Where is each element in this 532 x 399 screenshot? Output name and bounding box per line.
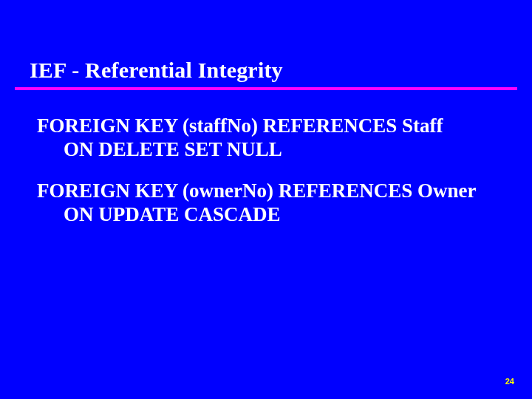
fk-line: FOREIGN KEY (staffNo) REFERENCES Staff [37,115,502,138]
slide: IEF - Referential Integrity FOREIGN KEY … [0,0,532,399]
fk-action: ON UPDATE CASCADE [37,203,502,227]
fk-action: ON DELETE SET NULL [37,138,502,162]
page-number: 24 [505,377,514,386]
slide-title: IEF - Referential Integrity [30,58,283,83]
slide-body: FOREIGN KEY (staffNo) REFERENCES Staff O… [37,115,502,244]
fk-line: FOREIGN KEY (ownerNo) REFERENCES Owner [37,180,502,203]
fk-block-1: FOREIGN KEY (staffNo) REFERENCES Staff O… [37,115,502,162]
title-underline [15,87,517,90]
fk-block-2: FOREIGN KEY (ownerNo) REFERENCES Owner O… [37,180,502,227]
